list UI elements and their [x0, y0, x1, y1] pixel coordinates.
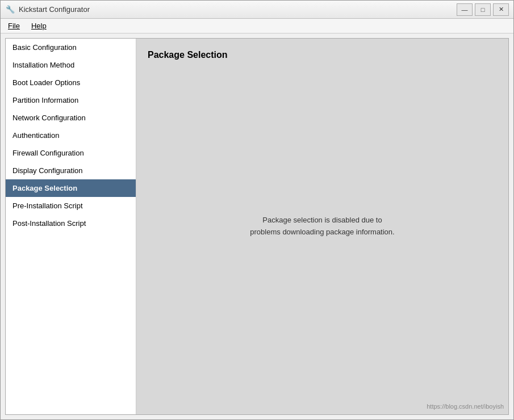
sidebar-item-pre-installation-script[interactable]: Pre-Installation Script — [6, 197, 136, 215]
content-title: Package Selection — [148, 50, 497, 60]
maximize-button[interactable]: □ — [475, 3, 491, 16]
content-message-line2: problems downloading package information… — [250, 228, 394, 236]
menu-file[interactable]: File — [3, 20, 25, 32]
app-icon: 🔧 — [5, 5, 15, 15]
sidebar-item-network-configuration[interactable]: Network Configuration — [6, 109, 136, 127]
sidebar-item-basic-configuration[interactable]: Basic Configuration — [6, 39, 136, 56]
sidebar-item-post-installation-script[interactable]: Post-Installation Script — [6, 215, 136, 232]
menu-bar: File Help — [1, 19, 513, 33]
sidebar-item-package-selection[interactable]: Package Selection — [6, 179, 136, 197]
content-message-line1: Package selection is disabled due to — [262, 216, 382, 224]
content-area: Package Selection Package selection is d… — [136, 39, 508, 414]
close-button[interactable]: ✕ — [493, 3, 509, 16]
title-bar-controls: — □ ✕ — [457, 3, 509, 16]
title-bar-left: 🔧 Kickstart Configurator — [5, 5, 90, 15]
content-message: Package selection is disabled due to pro… — [250, 215, 394, 238]
sidebar-item-boot-loader-options[interactable]: Boot Loader Options — [6, 74, 136, 91]
sidebar-item-display-configuration[interactable]: Display Configuration — [6, 162, 136, 179]
watermark: https://blog.csdn.net/iboyish — [427, 403, 504, 410]
window-title: Kickstart Configurator — [19, 5, 90, 14]
main-window: 🔧 Kickstart Configurator — □ ✕ File Help… — [0, 0, 514, 420]
sidebar-item-installation-method[interactable]: Installation Method — [6, 56, 136, 74]
sidebar-item-authentication[interactable]: Authentication — [6, 127, 136, 144]
sidebar: Basic Configuration Installation Method … — [6, 39, 136, 414]
menu-help[interactable]: Help — [26, 20, 52, 32]
minimize-button[interactable]: — — [457, 3, 473, 16]
title-bar: 🔧 Kickstart Configurator — □ ✕ — [1, 1, 513, 19]
sidebar-item-firewall-configuration[interactable]: Firewall Configuration — [6, 144, 136, 162]
sidebar-item-partition-information[interactable]: Partition Information — [6, 91, 136, 109]
main-content: Basic Configuration Installation Method … — [5, 38, 509, 415]
